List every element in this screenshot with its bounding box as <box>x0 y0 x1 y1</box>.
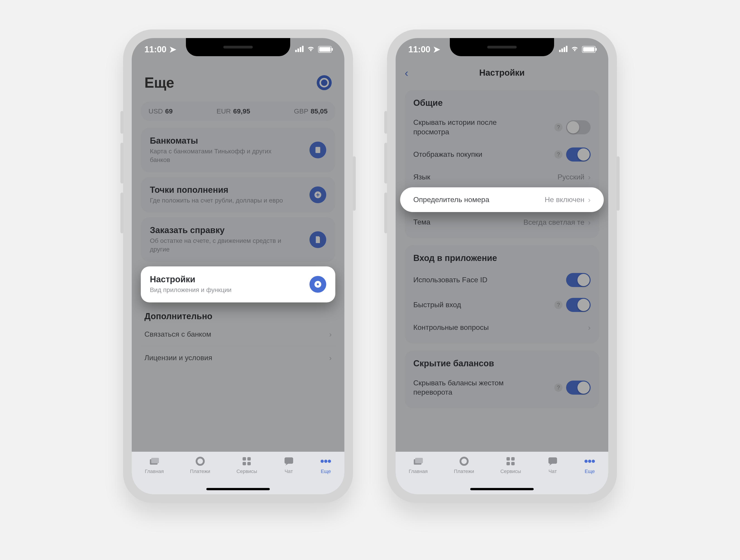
group-title: Общие <box>405 96 599 112</box>
svg-rect-22 <box>506 462 510 465</box>
tab-home[interactable]: Главная <box>409 456 428 474</box>
svg-rect-18 <box>415 458 423 463</box>
row-quick-login[interactable]: Быстрый вход ? <box>405 293 599 317</box>
toggle-faceid[interactable] <box>566 273 590 287</box>
rate-value: 85,05 <box>310 107 328 115</box>
group-title: Вход в приложение <box>405 251 599 267</box>
svg-point-26 <box>588 460 591 463</box>
tab-payments[interactable]: Платежи <box>454 456 474 474</box>
battery-icon <box>582 46 595 53</box>
toggle-show-purchases[interactable] <box>566 147 590 161</box>
grid-icon <box>505 456 516 467</box>
grid-icon <box>241 456 252 467</box>
row-label: Отображать покупки <box>413 150 482 159</box>
row-value: Не включен <box>545 196 584 204</box>
plus-circle-icon <box>309 187 326 203</box>
rate-value: 69 <box>165 107 173 115</box>
toggle-hide-stories[interactable] <box>566 120 590 134</box>
card-topup[interactable]: Точки пополнения Где положить на счет ру… <box>141 177 335 213</box>
screen-settings: ‹ Настройки Общие Скрывать истории после… <box>396 38 608 494</box>
tab-label: Сервисы <box>500 468 521 474</box>
svg-rect-9 <box>243 457 246 461</box>
rate-code: EUR <box>216 107 231 115</box>
home-indicator[interactable] <box>470 488 534 490</box>
row-theme[interactable]: Тема Всегда светлая те› <box>405 212 599 232</box>
tab-label: Главная <box>145 468 164 474</box>
tab-more[interactable]: Еще <box>584 456 595 474</box>
currency-rates[interactable]: USD69 EUR69,95 GBP85,05 <box>141 102 335 121</box>
nav-title: Настройки <box>479 68 525 78</box>
tab-chat[interactable]: Чат <box>547 456 558 474</box>
svg-point-25 <box>584 460 588 463</box>
atm-icon <box>309 141 326 158</box>
card-atms[interactable]: Банкоматы Карта с банкоматами Тинькофф и… <box>141 128 335 173</box>
row-language[interactable]: Язык Русский› <box>405 167 599 187</box>
tab-services[interactable]: Сервисы <box>237 456 257 474</box>
back-button[interactable]: ‹ <box>405 67 408 79</box>
group-balance: Скрытие балансов Скрывать балансы жестом… <box>405 350 599 409</box>
card-settings[interactable]: Настройки Вид приложения и функции <box>141 266 335 303</box>
card-certificate[interactable]: Заказать справку Об остатке на счете, с … <box>141 217 335 262</box>
svg-rect-3 <box>316 194 320 195</box>
tab-more[interactable]: Еще <box>320 456 331 474</box>
help-icon[interactable]: ? <box>554 150 562 158</box>
row-contact-bank[interactable]: Связаться с банком › <box>141 323 335 346</box>
section-title-extra: Дополнительно <box>145 312 332 321</box>
svg-point-16 <box>328 460 331 463</box>
row-label: Определитель номера <box>413 195 489 205</box>
group-login: Вход в приложение Использовать Face ID Б… <box>405 245 599 344</box>
card-subtitle: Вид приложения и функции <box>150 286 232 294</box>
card-stack-icon <box>413 456 424 467</box>
rate-code: USD <box>149 107 163 115</box>
tab-label: Чат <box>285 468 293 474</box>
card-title: Банкоматы <box>150 136 290 146</box>
row-value: Всегда светлая те <box>524 218 584 227</box>
chat-icon <box>547 456 558 467</box>
chevron-right-icon: › <box>588 195 590 204</box>
rate-code: GBP <box>294 107 308 115</box>
row-licenses[interactable]: Лицензии и условия › <box>141 346 335 369</box>
card-subtitle: Где положить на счет рубли, доллары и ев… <box>150 196 283 205</box>
tab-chat[interactable]: Чат <box>283 456 294 474</box>
help-icon[interactable]: ? <box>554 383 562 392</box>
dots-icon <box>320 456 331 467</box>
row-show-purchases[interactable]: Отображать покупки ? <box>405 142 599 167</box>
tab-label: Чат <box>548 468 557 474</box>
toggle-quick-login[interactable] <box>566 298 590 312</box>
chevron-right-icon: › <box>588 218 590 227</box>
row-hide-stories[interactable]: Скрывать истории после просмотра ? <box>405 112 599 142</box>
help-icon[interactable]: ? <box>554 123 562 131</box>
row-caller-id[interactable]: Определитель номера Не включен› <box>400 187 604 212</box>
signal-icon <box>558 46 567 53</box>
chevron-right-icon: › <box>588 323 590 332</box>
help-icon[interactable]: ? <box>554 301 562 309</box>
svg-point-19 <box>460 458 468 465</box>
row-label: Тема <box>413 217 430 227</box>
svg-rect-10 <box>247 457 251 461</box>
status-time: 11:00 <box>145 44 166 54</box>
group-title: Скрытие балансов <box>405 356 599 373</box>
card-title: Точки пополнения <box>150 185 283 195</box>
row-label: Быстрый вход <box>413 300 461 310</box>
svg-point-8 <box>197 458 204 465</box>
avatar-button[interactable] <box>317 75 332 90</box>
phone-mockup-settings: ‹ Настройки Общие Скрывать истории после… <box>387 29 617 503</box>
row-label: Контрольные вопросы <box>413 323 489 332</box>
svg-rect-7 <box>151 458 159 463</box>
svg-rect-0 <box>315 147 320 153</box>
toggle-hide-balances[interactable] <box>566 380 590 395</box>
tab-label: Сервисы <box>237 468 257 474</box>
home-indicator[interactable] <box>206 488 270 490</box>
chevron-right-icon: › <box>329 330 332 339</box>
tab-services[interactable]: Сервисы <box>500 456 521 474</box>
dots-icon <box>584 456 595 467</box>
row-label: Язык <box>413 173 430 182</box>
row-label: Использовать Face ID <box>413 275 487 285</box>
row-faceid[interactable]: Использовать Face ID <box>405 267 599 293</box>
row-control-questions[interactable]: Контрольные вопросы › <box>405 317 599 338</box>
tab-payments[interactable]: Платежи <box>190 456 210 474</box>
svg-rect-11 <box>243 462 246 465</box>
notch <box>186 38 290 56</box>
row-hide-balances[interactable]: Скрывать балансы жестом переворота ? <box>405 373 599 403</box>
tab-home[interactable]: Главная <box>145 456 164 474</box>
